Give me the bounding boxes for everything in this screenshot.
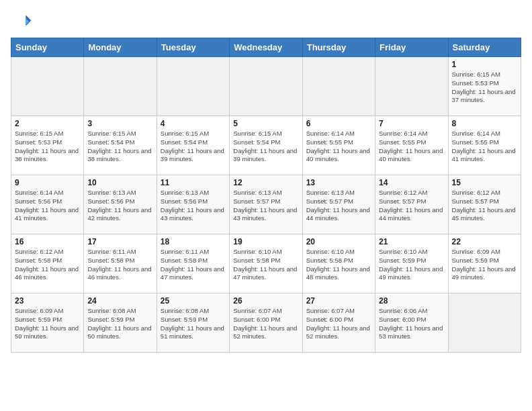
weekday-header: Friday — [375, 38, 448, 57]
day-number: 17 — [87, 237, 152, 246]
calendar-cell: 6Sunrise: 6:14 AM Sunset: 5:55 PM Daylig… — [302, 116, 375, 175]
day-number: 27 — [306, 296, 371, 306]
day-info: Sunrise: 6:08 AM Sunset: 5:59 PM Dayligh… — [161, 307, 226, 341]
day-number: 7 — [379, 119, 444, 128]
day-info: Sunrise: 6:07 AM Sunset: 6:00 PM Dayligh… — [306, 307, 371, 341]
calendar-cell: 5Sunrise: 6:15 AM Sunset: 5:54 PM Daylig… — [230, 116, 302, 175]
day-info: Sunrise: 6:15 AM Sunset: 5:54 PM Dayligh… — [233, 130, 298, 164]
day-number: 23 — [15, 296, 80, 306]
day-info: Sunrise: 6:15 AM Sunset: 5:54 PM Dayligh… — [161, 130, 226, 164]
calendar-cell: 25Sunrise: 6:08 AM Sunset: 5:59 PM Dayli… — [157, 293, 229, 353]
day-info: Sunrise: 6:07 AM Sunset: 6:00 PM Dayligh… — [233, 307, 298, 341]
day-info: Sunrise: 6:08 AM Sunset: 5:59 PM Dayligh… — [87, 307, 152, 341]
page-header — [11, 11, 521, 32]
day-number: 24 — [87, 296, 152, 306]
day-info: Sunrise: 6:09 AM Sunset: 5:59 PM Dayligh… — [452, 248, 517, 282]
day-number: 12 — [233, 178, 298, 187]
calendar-cell: 12Sunrise: 6:13 AM Sunset: 5:57 PM Dayli… — [230, 175, 302, 234]
calendar-cell — [157, 57, 229, 116]
calendar-week-row: 23Sunrise: 6:09 AM Sunset: 5:59 PM Dayli… — [11, 293, 521, 353]
day-info: Sunrise: 6:14 AM Sunset: 5:56 PM Dayligh… — [15, 189, 80, 223]
day-number: 20 — [306, 237, 371, 246]
calendar-cell: 16Sunrise: 6:12 AM Sunset: 5:58 PM Dayli… — [11, 234, 84, 293]
calendar-cell: 20Sunrise: 6:10 AM Sunset: 5:58 PM Dayli… — [302, 234, 375, 293]
calendar-cell: 15Sunrise: 6:12 AM Sunset: 5:57 PM Dayli… — [448, 175, 521, 234]
calendar-cell: 8Sunrise: 6:14 AM Sunset: 5:55 PM Daylig… — [448, 116, 521, 175]
calendar-cell: 18Sunrise: 6:11 AM Sunset: 5:58 PM Dayli… — [157, 234, 229, 293]
weekday-header-row: SundayMondayTuesdayWednesdayThursdayFrid… — [11, 38, 521, 57]
day-number: 3 — [87, 119, 152, 128]
calendar-cell: 23Sunrise: 6:09 AM Sunset: 5:59 PM Dayli… — [11, 293, 84, 353]
day-info: Sunrise: 6:12 AM Sunset: 5:57 PM Dayligh… — [452, 189, 517, 223]
calendar-cell: 17Sunrise: 6:11 AM Sunset: 5:58 PM Dayli… — [84, 234, 157, 293]
calendar-week-row: 9Sunrise: 6:14 AM Sunset: 5:56 PM Daylig… — [11, 175, 521, 234]
weekday-header: Saturday — [448, 38, 521, 57]
calendar-cell — [84, 57, 157, 116]
calendar-cell — [230, 57, 302, 116]
day-number: 14 — [379, 178, 444, 187]
calendar-cell: 3Sunrise: 6:15 AM Sunset: 5:54 PM Daylig… — [84, 116, 157, 175]
day-info: Sunrise: 6:12 AM Sunset: 5:57 PM Dayligh… — [379, 189, 444, 223]
day-number: 28 — [379, 296, 444, 306]
day-number: 26 — [233, 296, 298, 306]
day-info: Sunrise: 6:11 AM Sunset: 5:58 PM Dayligh… — [87, 248, 152, 282]
calendar-cell: 9Sunrise: 6:14 AM Sunset: 5:56 PM Daylig… — [11, 175, 84, 234]
calendar-cell: 22Sunrise: 6:09 AM Sunset: 5:59 PM Dayli… — [448, 234, 521, 293]
calendar-cell — [302, 57, 375, 116]
weekday-header: Tuesday — [157, 38, 229, 57]
day-number: 9 — [15, 178, 80, 187]
calendar-table: SundayMondayTuesdayWednesdayThursdayFrid… — [11, 38, 521, 353]
logo-icon — [11, 11, 32, 32]
day-number: 6 — [306, 119, 371, 128]
day-info: Sunrise: 6:14 AM Sunset: 5:55 PM Dayligh… — [452, 130, 517, 164]
day-info: Sunrise: 6:12 AM Sunset: 5:58 PM Dayligh… — [15, 248, 80, 282]
day-info: Sunrise: 6:14 AM Sunset: 5:55 PM Dayligh… — [306, 130, 371, 164]
calendar-cell: 26Sunrise: 6:07 AM Sunset: 6:00 PM Dayli… — [230, 293, 302, 353]
day-info: Sunrise: 6:15 AM Sunset: 5:53 PM Dayligh… — [452, 71, 517, 105]
day-info: Sunrise: 6:15 AM Sunset: 5:54 PM Dayligh… — [87, 130, 152, 164]
day-number: 2 — [15, 119, 80, 128]
calendar-week-row: 2Sunrise: 6:15 AM Sunset: 5:53 PM Daylig… — [11, 116, 521, 175]
day-info: Sunrise: 6:10 AM Sunset: 5:59 PM Dayligh… — [379, 248, 444, 282]
weekday-header: Wednesday — [230, 38, 302, 57]
day-number: 22 — [452, 237, 517, 246]
day-info: Sunrise: 6:09 AM Sunset: 5:59 PM Dayligh… — [15, 307, 80, 341]
calendar-cell: 11Sunrise: 6:13 AM Sunset: 5:56 PM Dayli… — [157, 175, 229, 234]
weekday-header: Monday — [84, 38, 157, 57]
weekday-header: Sunday — [11, 38, 84, 57]
day-info: Sunrise: 6:13 AM Sunset: 5:57 PM Dayligh… — [233, 189, 298, 223]
calendar-cell: 7Sunrise: 6:14 AM Sunset: 5:55 PM Daylig… — [375, 116, 448, 175]
calendar-cell — [448, 293, 521, 353]
day-info: Sunrise: 6:13 AM Sunset: 5:57 PM Dayligh… — [306, 189, 371, 223]
day-number: 8 — [452, 119, 517, 128]
day-info: Sunrise: 6:06 AM Sunset: 6:00 PM Dayligh… — [379, 307, 444, 341]
day-number: 13 — [306, 178, 371, 187]
day-info: Sunrise: 6:10 AM Sunset: 5:58 PM Dayligh… — [306, 248, 371, 282]
calendar-cell: 4Sunrise: 6:15 AM Sunset: 5:54 PM Daylig… — [157, 116, 229, 175]
day-number: 21 — [379, 237, 444, 246]
day-number: 4 — [161, 119, 226, 128]
day-info: Sunrise: 6:15 AM Sunset: 5:53 PM Dayligh… — [15, 130, 80, 164]
calendar-cell: 14Sunrise: 6:12 AM Sunset: 5:57 PM Dayli… — [375, 175, 448, 234]
calendar-week-row: 16Sunrise: 6:12 AM Sunset: 5:58 PM Dayli… — [11, 234, 521, 293]
calendar-cell — [11, 57, 84, 116]
calendar-cell: 21Sunrise: 6:10 AM Sunset: 5:59 PM Dayli… — [375, 234, 448, 293]
calendar-cell: 19Sunrise: 6:10 AM Sunset: 5:58 PM Dayli… — [230, 234, 302, 293]
day-number: 18 — [161, 237, 226, 246]
logo — [11, 11, 35, 32]
calendar-cell: 2Sunrise: 6:15 AM Sunset: 5:53 PM Daylig… — [11, 116, 84, 175]
calendar-cell: 1Sunrise: 6:15 AM Sunset: 5:53 PM Daylig… — [448, 57, 521, 116]
calendar-cell: 28Sunrise: 6:06 AM Sunset: 6:00 PM Dayli… — [375, 293, 448, 353]
day-info: Sunrise: 6:10 AM Sunset: 5:58 PM Dayligh… — [233, 248, 298, 282]
day-number: 25 — [161, 296, 226, 306]
day-number: 11 — [161, 178, 226, 187]
calendar-cell — [375, 57, 448, 116]
calendar-cell: 24Sunrise: 6:08 AM Sunset: 5:59 PM Dayli… — [84, 293, 157, 353]
day-info: Sunrise: 6:11 AM Sunset: 5:58 PM Dayligh… — [161, 248, 226, 282]
day-number: 19 — [233, 237, 298, 246]
calendar-week-row: 1Sunrise: 6:15 AM Sunset: 5:53 PM Daylig… — [11, 57, 521, 116]
day-number: 16 — [15, 237, 80, 246]
calendar-cell: 27Sunrise: 6:07 AM Sunset: 6:00 PM Dayli… — [302, 293, 375, 353]
day-number: 1 — [452, 60, 517, 69]
day-number: 10 — [87, 178, 152, 187]
